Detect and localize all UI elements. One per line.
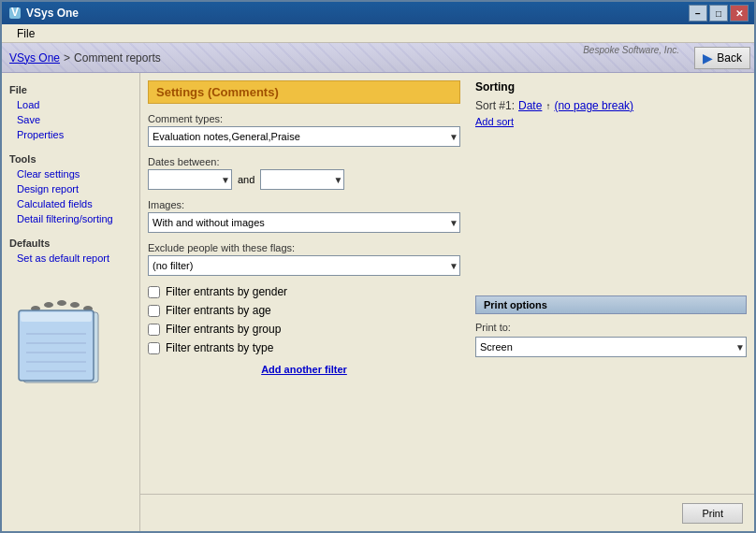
notebook-illustration — [2, 284, 139, 405]
print-button[interactable]: Print — [682, 503, 743, 524]
sorting-section: Sorting Sort #1: Date ↑ (no page break) … — [475, 80, 747, 127]
filter-age-item[interactable]: Filter entrants by age — [148, 304, 460, 317]
print-to-select[interactable]: Screen Printer PDF Excel — [475, 337, 747, 357]
main-window: V VSys One − □ ✕ File VSys One > Comment… — [0, 0, 756, 533]
tools-section-label: Tools — [2, 150, 139, 166]
dates-to-select[interactable] — [260, 169, 344, 190]
dates-label: Dates between: — [148, 156, 460, 167]
filter-group-label: Filter entrants by group — [166, 323, 281, 336]
back-button[interactable]: ▶ Back — [694, 47, 750, 69]
images-select[interactable]: With and without images With images only… — [148, 212, 460, 233]
dates-group: Dates between: ▼ and — [148, 156, 460, 190]
minimize-button[interactable]: − — [689, 5, 707, 22]
content-area: Settings (Comments) Comment types: Evalu… — [140, 73, 754, 531]
file-section-label: File — [2, 80, 139, 97]
filter-group-item[interactable]: Filter entrants by group — [148, 323, 460, 336]
print-to-label: Print to: — [475, 322, 747, 333]
filter-group-checkbox[interactable] — [148, 324, 160, 336]
app-icon: V — [7, 6, 22, 21]
filter-type-item[interactable]: Filter entrants by type — [148, 341, 460, 354]
back-button-label: Back — [717, 51, 742, 65]
breadcrumb-bar: VSys One > Comment reports Bespoke Softw… — [2, 43, 754, 73]
svg-rect-9 — [21, 312, 92, 322]
filter-gender-checkbox[interactable] — [148, 286, 160, 298]
dates-and-label: and — [238, 174, 254, 185]
breadcrumb-home[interactable]: VSys One — [9, 51, 60, 65]
filter-age-label: Filter entrants by age — [166, 304, 271, 317]
sidebar-item-set-default[interactable]: Set as default report — [2, 251, 139, 266]
sidebar-item-load[interactable]: Load — [2, 97, 139, 112]
filter-age-checkbox[interactable] — [148, 305, 160, 317]
sidebar-item-clear-settings[interactable]: Clear settings — [2, 166, 139, 181]
dates-from-select[interactable] — [148, 169, 232, 190]
svg-point-5 — [70, 302, 80, 308]
svg-point-3 — [44, 302, 53, 308]
filter-gender-label: Filter entrants by gender — [166, 285, 287, 298]
settings-right: Sorting Sort #1: Date ↑ (no page break) … — [475, 80, 747, 486]
file-menu[interactable]: File — [9, 25, 42, 42]
filter-checkboxes: Filter entrants by gender Filter entrant… — [148, 285, 460, 354]
sort-row-1: Sort #1: Date ↑ (no page break) — [475, 99, 747, 112]
exclude-select-wrapper: (no filter) ▼ — [148, 255, 460, 276]
sorting-title: Sorting — [475, 80, 747, 94]
window-controls: − □ ✕ — [689, 5, 749, 22]
breadcrumb: VSys One > Comment reports — [9, 51, 161, 65]
exclude-select[interactable]: (no filter) — [148, 255, 460, 276]
close-button[interactable]: ✕ — [730, 5, 749, 22]
filter-type-checkbox[interactable] — [148, 342, 160, 354]
exclude-flags-group: Exclude people with these flags: (no fil… — [148, 242, 460, 276]
filter-gender-item[interactable]: Filter entrants by gender — [148, 285, 460, 298]
sort1-extra-link[interactable]: (no page break) — [554, 99, 633, 112]
svg-text:V: V — [11, 6, 19, 19]
notebook-svg — [9, 292, 112, 395]
breadcrumb-separator: > — [64, 51, 70, 65]
dates-to-wrapper: ▼ — [260, 169, 344, 190]
sidebar: File Load Save Properties Tools Clear se… — [2, 73, 140, 531]
sidebar-item-save[interactable]: Save — [2, 112, 139, 127]
window-title: VSys One — [26, 7, 689, 20]
images-select-wrapper: With and without images With images only… — [148, 212, 460, 233]
settings-panel: Settings (Comments) Comment types: Evalu… — [140, 73, 754, 494]
images-group: Images: With and without images With ima… — [148, 199, 460, 233]
comment-types-select[interactable]: Evaluation notes,General,Praise — [148, 126, 460, 147]
sidebar-item-design-report[interactable]: Design report — [2, 181, 139, 196]
print-to-wrapper: Screen Printer PDF Excel ▼ — [475, 337, 747, 357]
maximize-button[interactable]: □ — [709, 5, 728, 22]
menubar: File — [2, 24, 754, 43]
images-label: Images: — [148, 199, 460, 210]
add-sort-link[interactable]: Add sort — [475, 116, 747, 127]
sidebar-item-properties[interactable]: Properties — [2, 127, 139, 142]
dates-from-wrapper: ▼ — [148, 169, 232, 190]
print-options-section: Print options Print to: Screen Printer P… — [475, 295, 747, 357]
add-filter-link[interactable]: Add another filter — [148, 364, 460, 375]
filter-type-label: Filter entrants by type — [166, 341, 273, 354]
sidebar-item-detail-filtering[interactable]: Detail filtering/sorting — [2, 211, 139, 226]
svg-point-4 — [57, 300, 66, 306]
back-arrow-icon: ▶ — [703, 50, 713, 65]
print-options-header: Print options — [475, 295, 747, 314]
exclude-label: Exclude people with these flags: — [148, 242, 460, 253]
titlebar: V VSys One − □ ✕ — [2, 2, 754, 24]
comment-types-select-wrapper: Evaluation notes,General,Praise ▼ — [148, 126, 460, 147]
settings-left: Settings (Comments) Comment types: Evalu… — [148, 80, 460, 486]
bottom-bar: Print — [140, 494, 754, 531]
brand-text: Bespoke Software, Inc. — [583, 45, 679, 55]
comment-types-label: Comment types: — [148, 113, 460, 124]
breadcrumb-current: Comment reports — [74, 51, 161, 65]
comment-types-group: Comment types: Evaluation notes,General,… — [148, 113, 460, 147]
main-content: File Load Save Properties Tools Clear se… — [2, 73, 754, 531]
sort1-label: Sort #1: — [475, 99, 515, 112]
sort1-arrow-icon: ↑ — [545, 101, 550, 111]
dates-row: ▼ and ▼ — [148, 169, 460, 190]
sort1-field-link[interactable]: Date — [518, 99, 542, 112]
defaults-section-label: Defaults — [2, 234, 139, 251]
sidebar-item-calculated-fields[interactable]: Calculated fields — [2, 196, 139, 211]
settings-title: Settings (Comments) — [148, 80, 460, 104]
